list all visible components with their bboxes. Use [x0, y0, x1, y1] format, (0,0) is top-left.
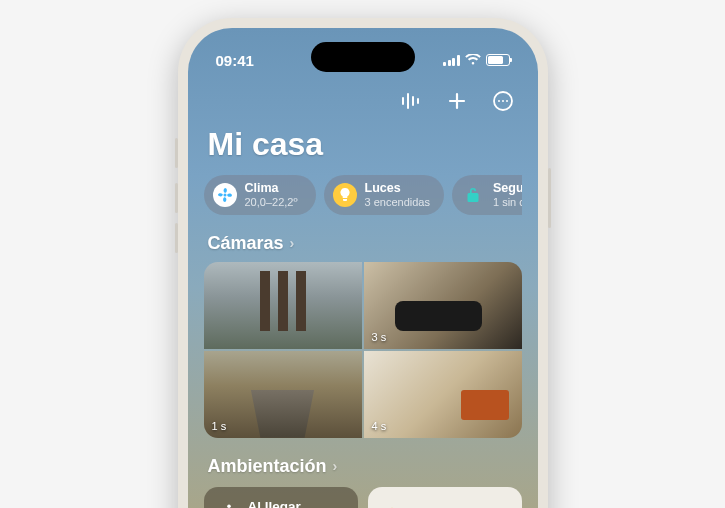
camera-timestamp: 3 s [372, 331, 387, 343]
svg-point-10 [223, 193, 226, 196]
scene-wake-up[interactable]: Al despertar [368, 487, 522, 508]
bulb-icon [333, 183, 357, 207]
waveform-icon [400, 92, 422, 110]
camera-timestamp: 4 s [372, 420, 387, 432]
battery-icon [486, 54, 510, 66]
walk-icon [218, 504, 238, 508]
camera-tile[interactable]: 1 s [204, 351, 362, 438]
scene-label: Al llegar a la casa [248, 499, 304, 508]
status-pills-row: Clima 20,0–22,2º Luces 3 encendidas [204, 175, 522, 215]
dynamic-island [311, 42, 415, 72]
camera-tile[interactable]: 3 s [364, 262, 522, 349]
more-button[interactable] [490, 88, 516, 114]
plus-icon [447, 91, 467, 111]
add-button[interactable] [444, 88, 470, 114]
section-label: Ambientación [208, 456, 327, 477]
svg-point-7 [498, 100, 500, 102]
status-indicators [443, 54, 510, 66]
pill-title: Luces [365, 182, 430, 196]
camera-timestamp: 1 s [212, 420, 227, 432]
camera-tile[interactable] [204, 262, 362, 349]
screen: 09:41 Mi casa [188, 28, 538, 508]
phone-frame: 09:41 Mi casa [178, 18, 548, 508]
pill-subtitle: 1 sin cerrar [493, 196, 522, 208]
chevron-right-icon: › [290, 235, 295, 251]
pill-title: Seguridad [493, 182, 522, 196]
camera-tile[interactable]: 4 s [364, 351, 522, 438]
ambience-section-header[interactable]: Ambientación › [204, 438, 522, 485]
ellipsis-circle-icon [492, 90, 514, 112]
svg-point-8 [502, 100, 504, 102]
pill-luces[interactable]: Luces 3 encendidas [324, 175, 444, 215]
fan-icon [213, 183, 237, 207]
scene-arrive-home[interactable]: Al llegar a la casa [204, 487, 358, 508]
cellular-icon [443, 55, 460, 66]
svg-point-9 [506, 100, 508, 102]
pill-subtitle: 20,0–22,2º [245, 196, 298, 208]
toolbar [204, 84, 522, 124]
cameras-section-header[interactable]: Cámaras › [204, 215, 522, 262]
pill-title: Clima [245, 182, 298, 196]
chevron-right-icon: › [333, 458, 338, 474]
announce-button[interactable] [398, 88, 424, 114]
pill-clima[interactable]: Clima 20,0–22,2º [204, 175, 316, 215]
content: Mi casa Clima 20,0–22,2º L [188, 28, 538, 508]
lock-icon [461, 183, 485, 207]
pill-seguridad[interactable]: Seguridad 1 sin cerrar [452, 175, 522, 215]
camera-grid: 3 s 1 s 4 s [204, 262, 522, 438]
pill-subtitle: 3 encendidas [365, 196, 430, 208]
page-title: Mi casa [204, 124, 522, 175]
scenes-row: Al llegar a la casa Al despertar [204, 485, 522, 508]
wifi-icon [465, 54, 481, 66]
status-time: 09:41 [216, 52, 254, 69]
section-label: Cámaras [208, 233, 284, 254]
